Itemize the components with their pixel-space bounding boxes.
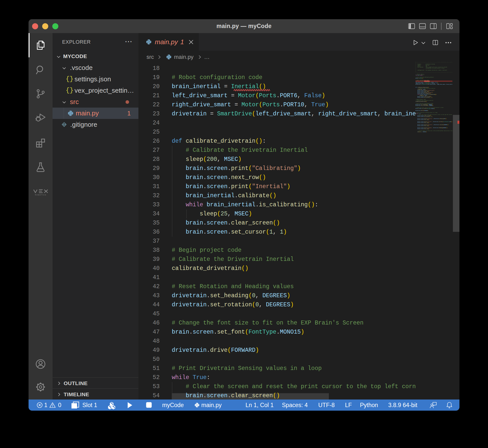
svg-text:ROBOTICS: ROBOTICS: [35, 194, 46, 196]
